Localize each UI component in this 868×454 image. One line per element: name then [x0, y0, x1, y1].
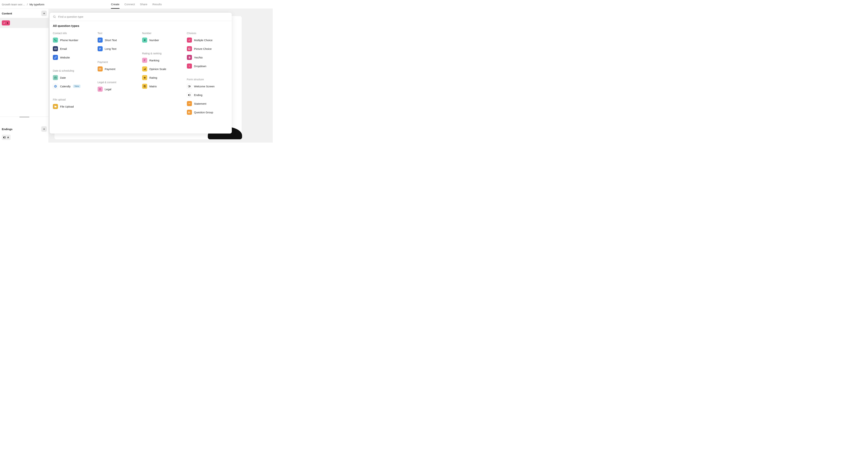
qtype-email-label: Email — [60, 47, 67, 50]
qtype-payment[interactable]: Payment — [98, 66, 140, 72]
qtype-number[interactable]: Number — [142, 37, 184, 43]
qtype-short-text-label: Short Text — [105, 39, 117, 42]
qtype-matrix[interactable]: Matrix — [142, 83, 184, 90]
long-text-icon — [98, 46, 103, 51]
breadcrumb-workspace[interactable]: Growth team wor… — [2, 3, 25, 6]
folder-icon — [53, 104, 58, 109]
svg-rect-40 — [144, 86, 145, 86]
endings-title: Endings — [2, 128, 12, 131]
search-icon — [53, 15, 56, 18]
qtype-dropdown[interactable]: Dropdown — [187, 63, 229, 69]
qtype-opinion-scale[interactable]: Opinion Scale — [142, 66, 184, 72]
ending-chip-a: A — [2, 134, 11, 140]
breadcrumb-sep: / — [27, 3, 28, 6]
qtype-rating-label: Rating — [149, 76, 157, 79]
category-choices: Choices — [187, 32, 229, 35]
add-ending-button[interactable] — [41, 126, 47, 132]
breadcrumb-form-name[interactable]: My typeform — [29, 3, 44, 6]
tab-results[interactable]: Results — [152, 0, 162, 9]
qtype-ranking-label: Ranking — [149, 59, 159, 62]
tab-connect[interactable]: Connect — [124, 0, 135, 9]
tab-share[interactable]: Share — [140, 0, 147, 9]
qtype-email[interactable]: Email — [53, 46, 95, 52]
qtype-date[interactable]: Date — [53, 74, 95, 81]
qtype-multiple-choice[interactable]: Multiple Choice — [187, 37, 229, 43]
sidebar: Content 1 Endings A — [0, 9, 49, 143]
add-question-button[interactable] — [41, 11, 47, 16]
svg-point-52 — [188, 112, 189, 113]
qtype-date-label: Date — [60, 76, 66, 79]
qtype-calendly[interactable]: Calendly New — [53, 83, 95, 90]
check-icon — [187, 37, 192, 42]
qtype-ranking[interactable]: Ranking — [142, 57, 184, 63]
category-legal-consent: Legal & consent — [98, 81, 140, 84]
question-type-column-4: Choices Multiple Choice Picture Choice Y… — [187, 31, 229, 116]
svg-rect-31 — [144, 60, 145, 60]
svg-rect-22 — [99, 89, 99, 90]
qtype-long-text[interactable]: Long Text — [98, 46, 140, 52]
qtype-file-upload[interactable]: File Upload — [53, 103, 95, 110]
qtype-rating[interactable]: Rating — [142, 74, 184, 81]
question-row-1[interactable]: 1 — [0, 18, 49, 28]
half-circle-icon — [187, 55, 192, 60]
chevron-down-icon — [187, 63, 192, 68]
qtype-statement-label: Statement — [194, 102, 206, 105]
sidebar-resize-handle[interactable] — [19, 117, 29, 118]
link-icon — [53, 55, 58, 60]
question-type-column-2: Text Short Text Long Text Payment Paymen… — [98, 31, 140, 116]
category-rating-ranking: Rating & ranking — [142, 52, 184, 55]
svg-point-42 — [189, 48, 189, 49]
qtype-multiple-choice-label: Multiple Choice — [194, 39, 213, 42]
ending-icon — [3, 136, 6, 139]
svg-rect-33 — [144, 69, 144, 70]
qtype-question-group-label: Question Group — [194, 111, 213, 114]
question-type-search-input[interactable] — [58, 15, 228, 19]
plus-icon — [43, 128, 45, 130]
bank-icon — [98, 87, 103, 92]
qtype-file-upload-label: File Upload — [60, 105, 74, 108]
endings-section: Endings A — [0, 124, 49, 143]
qtype-ending[interactable]: Ending — [187, 92, 229, 98]
question-type-column-1: Contact info Phone Number Email Website … — [53, 31, 95, 116]
qtype-picture-choice[interactable]: Picture Choice — [187, 46, 229, 52]
calendar-icon — [53, 75, 58, 80]
svg-point-14 — [55, 86, 56, 87]
qtype-website[interactable]: Website — [53, 54, 95, 61]
svg-line-7 — [55, 17, 56, 18]
category-date-scheduling: Date & scheduling — [53, 69, 95, 72]
email-icon — [53, 46, 58, 51]
qtype-number-label: Number — [149, 39, 159, 42]
quote-icon — [187, 101, 192, 106]
welcome-icon — [187, 84, 192, 89]
svg-point-13 — [54, 85, 57, 88]
image-icon — [187, 46, 192, 51]
ending-row-a[interactable]: A — [0, 133, 49, 141]
short-text-icon — [98, 37, 103, 42]
svg-rect-34 — [145, 68, 145, 70]
credit-card-icon — [98, 66, 103, 71]
ending-letter: A — [7, 136, 9, 139]
qtype-statement[interactable]: Statement — [187, 100, 229, 107]
category-payment: Payment — [98, 61, 140, 63]
ending-icon — [187, 92, 192, 97]
svg-point-6 — [53, 16, 55, 18]
qtype-short-text[interactable]: Short Text — [98, 37, 140, 43]
qtype-opinion-scale-label: Opinion Scale — [149, 67, 166, 70]
qtype-website-label: Website — [60, 56, 70, 59]
qtype-legal[interactable]: Legal — [98, 86, 140, 92]
qtype-yes-no[interactable]: Yes/No — [187, 54, 229, 61]
endings-section-header: Endings — [0, 124, 49, 133]
question-type-popover: All question types Contact info Phone Nu… — [50, 12, 232, 133]
question-type-search — [50, 12, 232, 21]
tab-create[interactable]: Create — [111, 0, 119, 9]
qtype-phone-number[interactable]: Phone Number — [53, 37, 95, 43]
matrix-icon — [142, 84, 147, 89]
qtype-legal-label: Legal — [105, 88, 112, 91]
qtype-calendly-label: Calendly — [60, 85, 70, 88]
svg-rect-45 — [190, 86, 190, 87]
svg-rect-9 — [55, 77, 56, 79]
qtype-welcome-screen[interactable]: Welcome Screen — [187, 83, 229, 90]
breadcrumb: Growth team wor… / My typeform — [2, 3, 44, 6]
qtype-question-group[interactable]: Question Group — [187, 109, 229, 116]
plus-icon — [43, 12, 45, 15]
